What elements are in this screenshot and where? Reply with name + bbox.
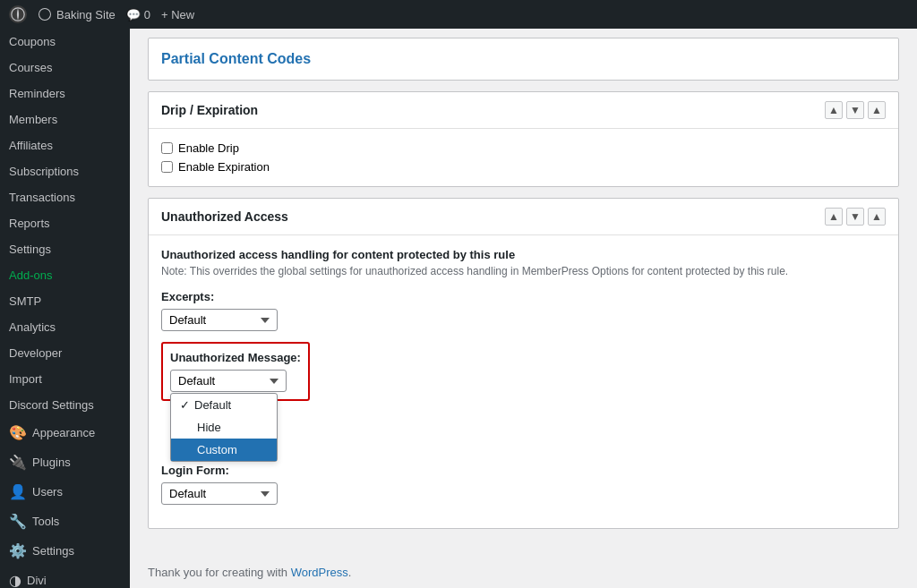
unauthorized-access-card: Unauthorized Access ▲ ▼ ▲ Unauthorized a… — [148, 198, 899, 529]
partial-content-body: Partial Content Codes — [149, 38, 898, 80]
sidebar-item-members[interactable]: Members — [0, 107, 130, 132]
sidebar-item-import[interactable]: Import — [0, 366, 130, 392]
partial-content-card: Partial Content Codes — [148, 38, 899, 81]
login-form-field-row: Login Form: Default — [161, 464, 886, 505]
enable-drip-label: Enable Drip — [178, 141, 239, 155]
ua-body: Unauthorized access handling for content… — [149, 235, 898, 528]
sidebar-item-developer[interactable]: Developer — [0, 340, 130, 366]
unauthorized-message-label: Unauthorized Message: — [170, 351, 301, 364]
drip-controls: ▲ ▼ ▲ — [825, 101, 886, 119]
excerpts-label: Excerpts: — [161, 290, 886, 303]
drip-toggle-btn[interactable]: ▲ — [868, 101, 886, 119]
ua-down-btn[interactable]: ▼ — [846, 208, 864, 226]
partial-content-link[interactable]: Partial Content Codes — [161, 51, 311, 66]
enable-expiration-checkbox[interactable] — [161, 161, 173, 173]
dropdown-item-default[interactable]: ✓ Default — [171, 394, 277, 416]
dropdown-item-hide[interactable]: Hide — [171, 416, 277, 439]
enable-expiration-row: Enable Expiration — [161, 160, 886, 174]
wordpress-link[interactable]: WordPress — [291, 566, 348, 579]
unauthorized-message-highlight: Unauthorized Message: Default Hide Custo… — [161, 342, 310, 401]
drip-title: Drip / Expiration — [161, 103, 258, 117]
enable-expiration-label: Enable Expiration — [178, 160, 270, 174]
enable-drip-row: Enable Drip — [161, 141, 886, 155]
sidebar-item-users[interactable]: 👤 Users — [0, 477, 130, 507]
footer: Thank you for creating with WordPress. — [130, 557, 917, 588]
drip-expiration-card: Drip / Expiration ▲ ▼ ▲ Enable Drip — [148, 91, 899, 187]
sidebar: Coupons Courses Reminders Members Affili… — [0, 29, 130, 588]
ua-note: Note: This overrides the global settings… — [161, 265, 886, 277]
main-content: Partial Content Codes Drip / Expiration … — [130, 29, 917, 557]
ua-title: Unauthorized Access — [161, 209, 288, 224]
comments-link[interactable]: 💬 0 — [126, 8, 150, 21]
ua-handling-title: Unauthorized access handling for content… — [161, 248, 886, 261]
sidebar-item-reminders[interactable]: Reminders — [0, 81, 130, 107]
unauthorized-message-field-row: Unauthorized Message: Default Hide Custo… — [161, 342, 886, 401]
sidebar-item-coupons[interactable]: Coupons — [0, 29, 130, 55]
drip-card-header: Drip / Expiration ▲ ▼ ▲ — [149, 92, 898, 129]
unauthorized-message-dropdown: ✓ Default Hide Custom — [170, 393, 278, 462]
sidebar-item-appearance[interactable]: 🎨 Appearance — [0, 418, 130, 447]
ua-up-btn[interactable]: ▲ — [825, 208, 843, 226]
sidebar-item-subscriptions[interactable]: Subscriptions — [0, 158, 130, 184]
appearance-icon: 🎨 — [9, 424, 27, 441]
admin-bar: Baking Site 💬 0 + New — [0, 0, 917, 29]
sidebar-item-tools[interactable]: 🔧 Tools — [0, 507, 130, 536]
sidebar-item-settings[interactable]: Settings — [0, 236, 130, 262]
ua-toggle-btn[interactable]: ▲ — [868, 208, 886, 226]
ua-controls: ▲ ▼ ▲ — [825, 208, 886, 226]
sidebar-item-transactions[interactable]: Transactions — [0, 184, 130, 210]
sidebar-item-settings-wp[interactable]: ⚙️ Settings — [0, 536, 130, 566]
excerpts-select[interactable]: Default — [161, 309, 278, 331]
divi-icon: ◑ — [9, 572, 21, 588]
login-form-label: Login Form: — [161, 464, 886, 477]
unauthorized-message-select[interactable]: Default Hide Custom — [170, 370, 287, 392]
drip-body: Enable Drip Enable Expiration — [149, 129, 898, 186]
tools-icon: 🔧 — [9, 513, 27, 530]
sidebar-item-divi[interactable]: ◑ Divi — [0, 566, 130, 588]
sidebar-item-smtp[interactable]: SMTP — [0, 288, 130, 314]
excerpts-field-row: Excerpts: Default — [161, 290, 886, 331]
sidebar-item-analytics[interactable]: Analytics — [0, 314, 130, 340]
sidebar-item-reports[interactable]: Reports — [0, 210, 130, 236]
dropdown-item-custom[interactable]: Custom — [171, 439, 277, 461]
checkmark-icon: ✓ — [180, 398, 190, 412]
sidebar-item-plugins[interactable]: 🔌 Plugins — [0, 447, 130, 477]
sidebar-item-affiliates[interactable]: Affiliates — [0, 132, 130, 158]
users-icon: 👤 — [9, 483, 27, 500]
comment-icon: 💬 — [126, 8, 141, 21]
settings-icon: ⚙️ — [9, 542, 27, 559]
ua-card-header: Unauthorized Access ▲ ▼ ▲ — [149, 199, 898, 235]
login-form-select[interactable]: Default — [161, 482, 278, 505]
new-content-button[interactable]: + New — [161, 8, 194, 21]
wp-icon[interactable] — [9, 5, 27, 23]
drip-up-btn[interactable]: ▲ — [825, 101, 843, 119]
site-name[interactable]: Baking Site — [38, 7, 116, 21]
sidebar-item-addons[interactable]: Add-ons — [0, 262, 130, 288]
sidebar-item-discord[interactable]: Discord Settings — [0, 392, 130, 418]
sidebar-item-courses[interactable]: Courses — [0, 55, 130, 81]
unauthorized-message-dropdown-container: Default Hide Custom ✓ Default — [170, 370, 287, 392]
enable-drip-checkbox[interactable] — [161, 142, 173, 154]
plugins-icon: 🔌 — [9, 454, 27, 471]
drip-down-btn[interactable]: ▼ — [846, 101, 864, 119]
drip-checkboxes: Enable Drip Enable Expiration — [161, 141, 886, 174]
